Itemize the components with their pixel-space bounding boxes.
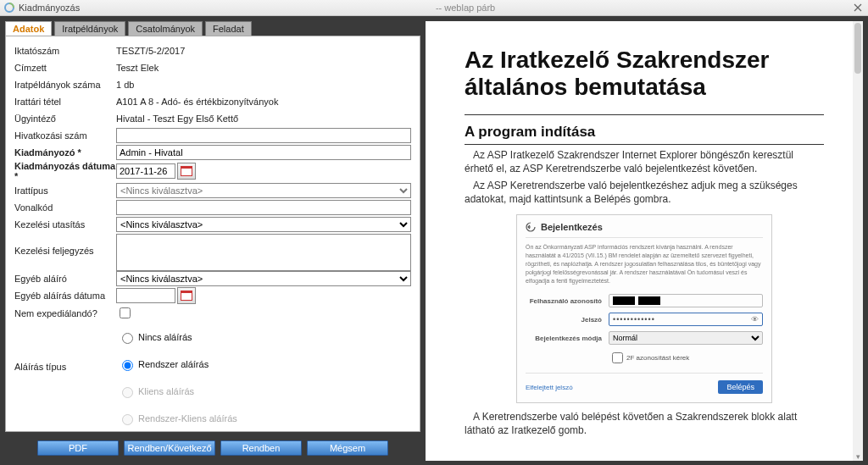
nem-expedialando-checkbox[interactable] [120,307,131,318]
hivatkozasi-szam-input[interactable] [116,128,411,143]
label-irattipus: Irattípus [14,185,116,196]
window-titlebar: Kiadmányozás -- weblap párb [0,0,868,16]
radio-rendszer-alairas[interactable]: Rendszer aláírás [116,355,237,374]
doc-paragraph: A Keretrendszerbe való belépést követően… [465,410,824,437]
doc-paragraph: Az ASP Keretrendszerbe való bejelentkezé… [465,179,824,206]
login-description: Ön az Önkormányzati ASP információs rend… [526,243,763,285]
action-bar: PDF Rendben/Következő Rendben Mégsem [5,435,420,461]
doc-subheading: A program indítása [465,124,824,145]
login-pass-label: Jelszó [526,316,609,324]
label-ugyintezo: Ügyintéző [14,113,116,124]
label-kiadmanyozo: Kiadmányozó * [14,147,116,158]
value-irattari-tetel: A101 A 8 - Adó- és értékbizonyítványok [116,97,278,107]
login-arrow-icon [526,222,536,232]
scroll-down-icon[interactable]: ▾ [854,452,861,461]
pdf-button[interactable]: PDF [37,440,119,456]
eye-icon: 👁 [751,315,759,324]
label-egyeb-alairas-datuma: Egyéb aláírás dátuma [14,291,116,301]
tab-iratpeldanyok[interactable]: Iratpéldányok [54,21,125,36]
calendar-icon [181,291,192,301]
kiadmanyozo-input[interactable] [116,145,411,160]
vonalkod-input[interactable] [116,200,411,215]
label-egyeb-alairo: Egyéb aláíró [14,274,116,284]
label-irattari-tetel: Irattári tétel [14,97,116,107]
value-iktatoszam: TESZT/5-2/2017 [116,46,185,56]
login-user-input [609,294,763,307]
close-icon[interactable] [851,2,865,14]
value-cimzett: Teszt Elek [116,63,159,73]
label-kiadmanyozas-datuma: Kiadmányozás dátuma * [14,161,116,181]
calendar-icon [181,166,192,176]
tab-adatok[interactable]: Adatok [5,21,52,36]
value-ugyintezo: Hivatal - Teszt Egy Első Kettő [116,113,238,124]
kiadmanyozas-datuma-input[interactable] [116,163,175,179]
radio-rendszer-kliens-alairas: Rendszer-Kliens aláírás [116,409,237,428]
login-pass-input: •••••••••••• 👁 [609,313,763,326]
form-panel: Adatok Iratpéldányok Csatolmányok Felada… [0,16,426,465]
login-forgot-link: Elfelejtett jelszó [526,384,573,391]
scrollbar[interactable]: ▾ [853,21,863,461]
label-iratpeldanyok-szama: Iratpéldányok száma [14,80,116,90]
login-mode-label: Bejelentkezés módja [526,335,609,342]
help-document: Az Iratkezelő Szakrendszeráltalános bemu… [426,21,863,457]
login-illustration: Bejelentkezés Ön az Önkormányzati ASP in… [516,214,772,403]
radio-nincs-alairas[interactable]: Nincs aláírás [116,328,237,346]
label-iktatoszam: Iktatószám [14,46,116,56]
label-kezelesi-feljegyzes: Kezelési feljegyzés [14,234,116,256]
rendben-kovetkezo-button[interactable]: Rendben/Következő [124,440,215,456]
help-panel: Az Iratkezelő Szakrendszeráltalános bemu… [426,21,863,461]
doc-heading: Az Iratkezelő Szakrendszeráltalános bemu… [465,47,824,101]
calendar-button-egyeb-datum[interactable] [177,287,196,304]
redacted-text [613,296,635,305]
form-area: IktatószámTESZT/5-2/2017 CímzettTeszt El… [5,36,420,432]
login-2fa-row: 2F azonosítást kérek [526,350,763,366]
login-submit-button: Belépés [718,380,763,394]
rendben-button[interactable]: Rendben [220,440,302,456]
window-title: Kiadmányozás [19,3,80,13]
irattipus-select[interactable]: <Nincs kiválasztva> [116,183,411,198]
alairas-tipus-radiogroup: Nincs aláírás Rendszer aláírás Kliens al… [116,328,237,428]
login-user-label: Felhasználó azonosító [526,297,609,305]
scrollbar-thumb[interactable] [854,23,861,74]
egyeb-alairas-datuma-input[interactable] [116,288,175,303]
radio-kliens-alairas: Kliens aláírás [116,382,237,401]
label-kezelesi-utasitas: Kezelési utasítás [14,219,116,230]
app-icon [3,2,15,14]
label-hivatkozasi-szam: Hivatkozási szám [14,130,116,141]
login-mode-select: Normál [609,331,763,345]
doc-divider [465,114,824,115]
window-subtitle: -- weblap párb [436,3,495,13]
login-title: Bejelentkezés [526,222,763,238]
tab-csatolmanyok[interactable]: Csatolmányok [128,21,203,36]
redacted-text [638,296,660,305]
login-2fa-checkbox [612,352,623,363]
label-alairas-tipus: Aláírás típus [14,328,116,372]
egyeb-alairo-select[interactable]: <Nincs kiválasztva> [116,271,411,286]
kezelesi-feljegyzes-textarea[interactable] [116,234,411,271]
kezelesi-utasitas-select[interactable]: <Nincs kiválasztva> [116,217,411,232]
megsem-button[interactable]: Mégsem [307,440,388,456]
value-iratpeldanyok-szama: 1 db [116,80,134,90]
label-cimzett: Címzett [14,63,116,73]
tabs: Adatok Iratpéldányok Csatolmányok Felada… [5,21,420,36]
tab-feladat[interactable]: Feladat [205,21,252,36]
label-vonalkod: Vonalkód [14,202,116,213]
doc-paragraph: Az ASP Iratkezelő Szakrendszer Internet … [465,148,824,175]
calendar-button-kiad-datum[interactable] [177,163,196,180]
label-nem-expedialando: Nem expediálandó? [14,308,116,318]
